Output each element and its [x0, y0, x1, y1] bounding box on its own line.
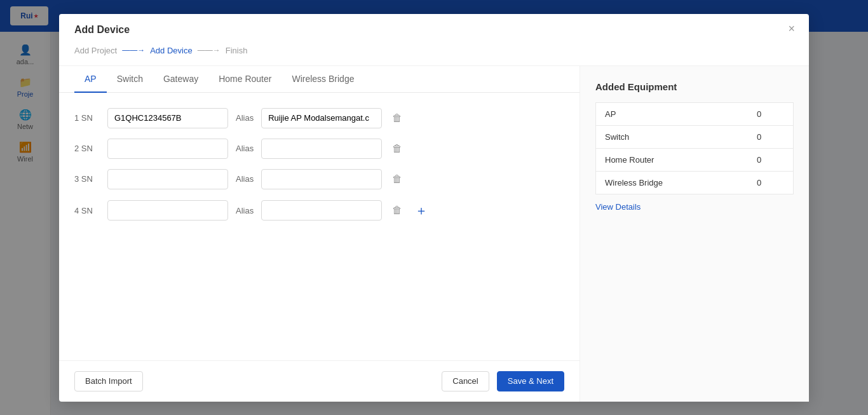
- alias-input-4[interactable]: [261, 200, 382, 221]
- equipment-row-home-router: Home Router 0: [596, 148, 794, 171]
- device-tabs: AP Switch Gateway Home Router Wireless B…: [59, 66, 580, 93]
- view-details-link[interactable]: View Details: [595, 202, 794, 212]
- equipment-row-wireless-bridge: Wireless Bridge 0: [596, 171, 794, 194]
- modal-title: Add Device: [74, 24, 794, 36]
- step-add-device-label: Add Device: [150, 46, 192, 55]
- equipment-type-wireless-bridge: Wireless Bridge: [596, 171, 748, 194]
- sn-input-4[interactable]: [107, 200, 228, 221]
- tab-switch[interactable]: Switch: [107, 66, 153, 93]
- alias-input-2[interactable]: [261, 139, 382, 159]
- equipment-row-ap: AP 0: [596, 102, 794, 125]
- step-finish: Finish: [226, 46, 248, 55]
- equipment-type-ap: AP: [596, 102, 748, 125]
- delete-btn-3[interactable]: 🗑: [390, 171, 405, 187]
- equipment-count-wireless-bridge: 0: [748, 171, 794, 194]
- alias-label-1: Alias: [236, 113, 254, 123]
- modal-overlay: Add Device × Add Project ——→ Add Device …: [0, 0, 868, 415]
- sn-input-2[interactable]: [107, 139, 228, 159]
- alias-input-3[interactable]: [261, 169, 382, 189]
- sn-row-3: 3 SN Alias 🗑: [74, 169, 564, 189]
- sn-input-1[interactable]: [107, 108, 228, 128]
- modal-footer: Batch Import Cancel Save & Next: [59, 360, 580, 402]
- step-add-project: Add Project: [74, 46, 117, 55]
- add-device-modal: Add Device × Add Project ——→ Add Device …: [59, 14, 809, 402]
- cancel-button[interactable]: Cancel: [442, 371, 489, 391]
- tab-wireless-bridge[interactable]: Wireless Bridge: [281, 66, 364, 93]
- equipment-type-switch: Switch: [596, 125, 748, 148]
- device-form-area: 1 SN Alias 🗑 2 SN Alias 🗑: [59, 93, 580, 360]
- step-finish-label: Finish: [226, 46, 248, 55]
- tab-gateway[interactable]: Gateway: [153, 66, 208, 93]
- alias-label-2: Alias: [236, 144, 254, 153]
- equipment-type-home-router: Home Router: [596, 148, 748, 171]
- sn-row-1: 1 SN Alias 🗑: [74, 108, 564, 128]
- sn-row-2: 2 SN Alias 🗑: [74, 139, 564, 159]
- added-equipment-title: Added Equipment: [595, 81, 794, 92]
- sn-row-4: 4 SN Alias 🗑 ＋: [74, 200, 564, 222]
- tab-ap[interactable]: AP: [74, 66, 107, 93]
- step-add-device: Add Device: [150, 46, 192, 55]
- close-button[interactable]: ×: [784, 22, 799, 36]
- sn-row-1-num: 1 SN: [74, 113, 100, 123]
- add-row-button[interactable]: ＋: [412, 200, 430, 222]
- step-arrow-2: ——→: [198, 46, 220, 55]
- alias-label-4: Alias: [236, 206, 254, 215]
- modal-left-panel: AP Switch Gateway Home Router Wireless B…: [59, 66, 580, 402]
- modal-header: Add Device × Add Project ——→ Add Device …: [59, 14, 809, 66]
- footer-right-buttons: Cancel Save & Next: [442, 371, 564, 391]
- alias-label-3: Alias: [236, 174, 254, 184]
- sn-row-2-num: 2 SN: [74, 144, 100, 153]
- batch-import-button[interactable]: Batch Import: [74, 371, 143, 391]
- modal-right-panel: Added Equipment AP 0 Switch 0 Home Route…: [580, 66, 809, 402]
- step-add-project-label: Add Project: [74, 46, 117, 55]
- alias-input-1[interactable]: [261, 108, 382, 128]
- tab-home-router[interactable]: Home Router: [208, 66, 281, 93]
- step-arrow-1: ——→: [122, 46, 145, 55]
- equipment-count-ap: 0: [748, 102, 794, 125]
- equipment-row-switch: Switch 0: [596, 125, 794, 148]
- delete-btn-4[interactable]: 🗑: [390, 202, 405, 219]
- equipment-count-switch: 0: [748, 125, 794, 148]
- breadcrumb-steps: Add Project ——→ Add Device ——→ Finish: [74, 46, 794, 65]
- sn-input-3[interactable]: [107, 169, 228, 189]
- equipment-table: AP 0 Switch 0 Home Router 0 Wireless B: [595, 102, 794, 194]
- sn-row-3-num: 3 SN: [74, 174, 100, 184]
- save-next-button[interactable]: Save & Next: [497, 371, 564, 391]
- delete-btn-1[interactable]: 🗑: [390, 110, 405, 126]
- delete-btn-2[interactable]: 🗑: [390, 140, 405, 157]
- modal-body: AP Switch Gateway Home Router Wireless B…: [59, 66, 809, 402]
- equipment-count-home-router: 0: [748, 148, 794, 171]
- sn-row-4-num: 4 SN: [74, 206, 100, 215]
